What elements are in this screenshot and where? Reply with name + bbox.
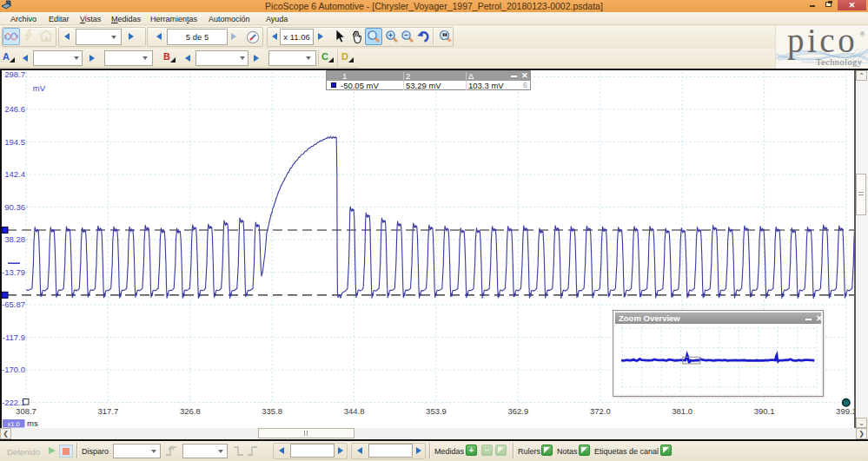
svg-text:mV: mV	[33, 83, 46, 93]
svg-text:326.8: 326.8	[180, 406, 201, 416]
svg-text:308.7: 308.7	[16, 406, 36, 416]
svg-text:362.9: 362.9	[508, 406, 529, 416]
svg-text:90.36: 90.36	[4, 202, 25, 212]
svg-text:317.7: 317.7	[98, 406, 119, 416]
svg-text:344.8: 344.8	[344, 406, 365, 416]
svg-text:390.1: 390.1	[754, 406, 775, 416]
svg-text:246.6: 246.6	[4, 104, 25, 114]
svg-text:x1.0: x1.0	[8, 420, 20, 428]
svg-text:-117.9: -117.9	[3, 333, 25, 342]
svg-text:ms: ms	[27, 418, 38, 428]
svg-text:142.4: 142.4	[4, 169, 25, 179]
svg-text:353.9: 353.9	[426, 406, 447, 416]
svg-text:298.7: 298.7	[4, 69, 25, 79]
svg-text:-65.87: -65.87	[2, 300, 25, 309]
svg-text:194.5: 194.5	[4, 137, 25, 147]
svg-text:372.0: 372.0	[590, 406, 611, 416]
svg-text:38.28: 38.28	[4, 234, 25, 244]
svg-text:381.0: 381.0	[672, 406, 692, 416]
svg-text:335.8: 335.8	[262, 406, 282, 416]
svg-text:-13.79: -13.79	[2, 267, 25, 277]
svg-text:-170.0: -170.0	[2, 365, 25, 374]
